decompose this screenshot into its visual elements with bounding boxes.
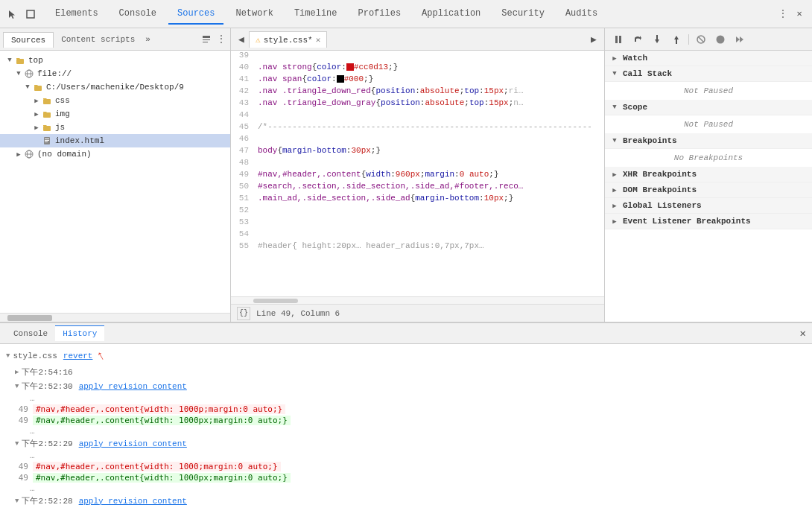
history-entry-3-time-row[interactable]: ▼ 下午2:52:29 apply revision content (0, 436, 812, 451)
step-out-btn[interactable] (669, 32, 684, 47)
scope-title: Scope (623, 103, 647, 112)
close-lower-panel-btn[interactable]: ✕ (800, 327, 806, 340)
event-arrow-icon: ▶ (611, 217, 618, 225)
svg-rect-8 (34, 86, 42, 91)
pause-resume-btn[interactable] (611, 32, 626, 47)
editor-tab-filename: style.css* (264, 36, 313, 45)
sources-tabs-more[interactable]: » (145, 35, 150, 44)
tree-item-img[interactable]: ▶ img (0, 107, 230, 121)
code-scroll[interactable]: 3940.nav strong{color:#cc0d13;}41.nav sp… (231, 51, 604, 296)
nav-tab-profiles[interactable]: Profiles (349, 4, 410, 25)
tree-arrow-file: ▼ (15, 70, 22, 77)
editor-hscroll-thumb (253, 299, 298, 303)
callstack-content: Not Paused (605, 82, 812, 100)
callstack-section-header[interactable]: ▼ Call Stack (605, 66, 812, 82)
nav-tab-audits[interactable]: Audits (556, 4, 606, 25)
nav-tab-console[interactable]: Console (110, 4, 165, 25)
editor-tab-stylecss[interactable]: ⚠ style.css* ✕ (249, 31, 327, 48)
square-icon[interactable] (24, 7, 37, 21)
svg-rect-2 (203, 39, 210, 40)
history-entry-2-action[interactable]: apply revision content (79, 382, 187, 391)
stop-btn[interactable] (713, 32, 728, 47)
history-del-line-num: 49 (6, 404, 33, 414)
tab-console[interactable]: Console (6, 326, 55, 341)
revert-link[interactable]: revert (63, 352, 93, 360)
history-entry-4-arrow: ▼ (15, 497, 19, 505)
deactivate-breakpoints-btn[interactable] (694, 32, 708, 47)
tree-item-file[interactable]: ▼ file:// (0, 67, 230, 80)
history-entry-4-action[interactable]: apply revision content (79, 497, 187, 506)
editor-expand-btn[interactable]: ▶ (586, 32, 601, 47)
code-area[interactable]: 3940.nav strong{color:#cc0d13;}41.nav sp… (231, 51, 604, 296)
history-entry-3-action[interactable]: apply revision content (79, 439, 187, 448)
tab-sources[interactable]: Sources (3, 32, 54, 48)
breakpoints-title: Breakpoints (623, 136, 677, 145)
devtools-icons (6, 7, 37, 21)
nav-tab-security[interactable]: Security (492, 4, 554, 25)
history-entry-2-time-row[interactable]: ▼ 下午2:52:30 apply revision content (0, 379, 812, 393)
long-resume-btn[interactable] (732, 32, 747, 47)
close-devtools-icon[interactable]: ✕ (793, 7, 806, 21)
editor-status-bar: {} Line 49, Column 6 (231, 304, 604, 322)
format-code-btn[interactable]: {} (237, 307, 250, 320)
xhr-breakpoints-header[interactable]: ▶ XHR Breakpoints (605, 167, 812, 182)
scope-section-header[interactable]: ▼ Scope (605, 100, 812, 115)
line-content: /*--------------------------------------… (255, 122, 604, 134)
upper-section: Sources Content scripts » ⋮ ▼ top (0, 28, 812, 322)
tree-item-css[interactable]: ▶ css (0, 94, 230, 107)
history-collapse-arrow[interactable]: ▼ (6, 352, 10, 360)
history-filename: style.css (13, 352, 57, 360)
watch-section-header[interactable]: ▶ Watch (605, 51, 812, 66)
svg-rect-14 (45, 140, 49, 141)
tree-item-index[interactable]: index.html (0, 134, 230, 147)
collapse-tree-icon[interactable] (200, 34, 212, 45)
history-entry-3-code-add: 49 #nav,#header,.content{width: 1000px;m… (0, 472, 812, 483)
history-entry-2-time: 下午2:52:30 (22, 381, 72, 392)
tab-history[interactable]: History (55, 325, 104, 341)
tree-arrow-top: ▼ (6, 57, 13, 64)
step-into-btn[interactable] (650, 32, 664, 47)
event-breakpoints-header[interactable]: ▶ Event Listener Breakpoints (605, 214, 812, 229)
sources-hscroll[interactable] (0, 313, 230, 322)
nav-tab-sources[interactable]: Sources (168, 4, 223, 25)
nav-tab-application[interactable]: Application (413, 4, 489, 25)
tree-item-top[interactable]: ▼ top (0, 54, 230, 67)
svg-rect-4 (16, 59, 24, 64)
editor-tab-close[interactable]: ✕ (316, 35, 321, 45)
step-over-btn[interactable] (630, 32, 645, 47)
tree-item-nodomain[interactable]: ▶ (no domain) (0, 147, 230, 161)
history-entry-1-time: 下午2:54:16 (22, 366, 72, 378)
nav-tab-timeline[interactable]: Timeline (285, 4, 346, 25)
line-number: 44 (231, 110, 255, 122)
nav-tab-network[interactable]: Network (226, 4, 282, 25)
line-number: 47 (231, 146, 255, 158)
cursor-icon[interactable] (6, 7, 19, 21)
line-number: 42 (231, 86, 255, 98)
tree-item-js[interactable]: ▶ js (0, 121, 230, 134)
line-number: 45 (231, 122, 255, 134)
editor-tab-right: ▶ (586, 32, 601, 47)
sources-tab-bar: Sources Content scripts » ⋮ (0, 28, 230, 51)
editor-hscroll[interactable] (231, 296, 604, 304)
tree-label-index: index.html (55, 136, 104, 145)
folder-icon-img (42, 109, 52, 119)
sources-menu-icon[interactable]: ⋮ (215, 34, 227, 45)
history-add-line-num-3: 49 (6, 473, 33, 483)
more-options-icon[interactable]: ⋮ (776, 7, 790, 21)
editor-collapse-btn[interactable]: ◀ (234, 32, 249, 47)
history-entry-1-time-row[interactable]: ▶ 下午2:54:16 (0, 365, 812, 379)
tree-item-desktop[interactable]: ▼ C:/Users/machenike/Desktop/9 (0, 80, 230, 94)
history-entry-4-time-row[interactable]: ▼ 下午2:52:28 apply revision content (0, 494, 812, 508)
dom-breakpoints-header[interactable]: ▶ DOM Breakpoints (605, 182, 812, 198)
history-entry-1-arrow: ▶ (15, 368, 19, 376)
svg-marker-28 (736, 36, 740, 42)
folder-icon-desktop (33, 82, 43, 92)
sources-actions: ⋮ (200, 34, 227, 45)
global-listeners-header[interactable]: ▶ Global Listeners (605, 198, 812, 214)
breakpoints-section-header[interactable]: ▼ Breakpoints (605, 133, 812, 149)
line-content (255, 51, 604, 63)
tab-content-scripts[interactable]: Content scripts (54, 32, 142, 47)
callstack-title: Call Stack (623, 69, 672, 78)
nav-tab-elements[interactable]: Elements (46, 4, 107, 25)
line-content: body{margin-bottom:30px;} (255, 146, 604, 158)
